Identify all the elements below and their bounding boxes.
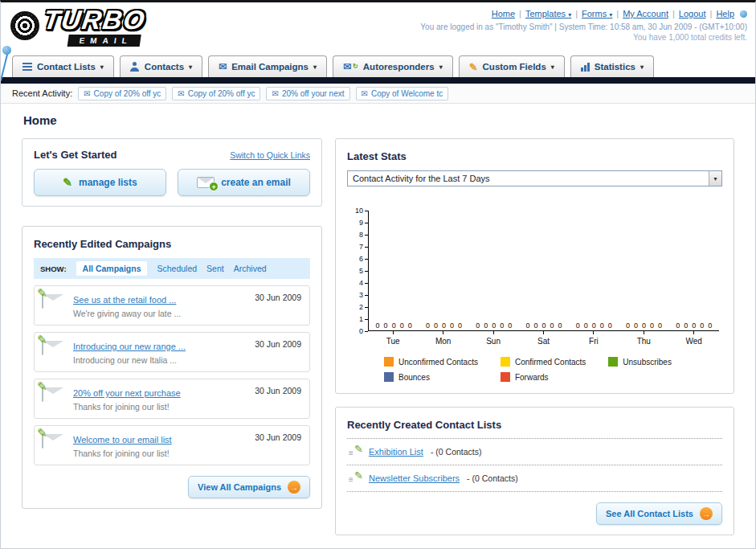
nav-tab-statistics[interactable]: Statistics ▾ <box>570 55 654 77</box>
chart-y-tick: 3 <box>359 291 368 299</box>
link-forms[interactable]: Forms ▾ <box>582 9 612 18</box>
legend-swatch <box>608 357 618 367</box>
link-logout[interactable]: Logout <box>679 9 706 18</box>
manage-lists-button[interactable]: ✎ manage lists <box>34 169 166 196</box>
left-column: Let's Get Started Switch to Quick Links … <box>22 138 322 509</box>
nav-tab-custom-fields[interactable]: ✎ Custom Fields ▾ <box>459 55 565 77</box>
switch-quick-links-link[interactable]: Switch to Quick Links <box>230 150 310 160</box>
app-window: TURBO EMAIL Home | Templates ▾ | Forms ▾… <box>0 0 756 549</box>
chart-value-label: 0 <box>450 322 454 330</box>
chart-value-label: 0 <box>626 322 630 330</box>
page-title: Home <box>23 113 734 127</box>
chart-value-label: 0 <box>500 322 504 330</box>
dropdown-caret-icon: ▾ <box>640 64 644 71</box>
tab-archived[interactable]: Archived <box>234 264 267 273</box>
chart-value-label: 0 <box>642 322 646 330</box>
contact-list-row: ≡✎ Newsletter Subscribers - (0 Contacts) <box>347 465 722 492</box>
link-help[interactable]: Help <box>716 9 734 18</box>
legend-swatch <box>384 357 394 367</box>
nav-divider-bar <box>1 77 755 84</box>
logo-text-email: EMAIL <box>67 35 141 47</box>
person-icon <box>130 62 140 72</box>
campaign-row: ✎ See us at the retail food ... We're gi… <box>34 285 310 326</box>
chart-value-label: 0 <box>458 322 462 330</box>
chart-bar-group: 00000 <box>519 211 569 330</box>
select-arrow-icon: ▼ <box>709 171 721 186</box>
chart-value-label: 0 <box>684 322 688 330</box>
contact-lists-title: Recently Created Contact Lists <box>347 419 501 431</box>
contact-list-row: ≡✎ Exhibition List - (0 Contacts) <box>347 438 722 465</box>
chart-value-label: 0 <box>592 322 596 330</box>
legend-item-unsubscribes: Unsubscribes <box>608 357 672 367</box>
recent-activity-item[interactable]: ✉ Copy of Welcome tc <box>356 87 449 100</box>
stats-period-select[interactable]: Contact Activity for the Last 7 Days ▼ <box>347 170 722 186</box>
chart-value-label: 0 <box>525 322 529 330</box>
nav-tab-autoresponders[interactable]: ✉ ↻ Autoresponders ▾ <box>333 55 453 77</box>
chart-groups: 00000000000000000000000000000000000 <box>369 211 719 330</box>
recent-activity-item[interactable]: ✉ Copy of 20% off yc <box>78 87 166 100</box>
envelope-icon: ✉ <box>178 89 184 98</box>
arrow-right-icon: → <box>288 481 300 494</box>
envelope-icon: ✉ <box>272 89 278 98</box>
create-email-button[interactable]: + create an email <box>178 169 310 196</box>
envelope-icon: ✉ <box>362 89 368 98</box>
chart-y-tick: 7 <box>359 243 368 251</box>
view-all-campaigns-button[interactable]: View All Campaigns → <box>188 476 310 498</box>
chart-x-label: Fri <box>569 331 619 346</box>
envelope-plus-icon: + <box>197 177 215 188</box>
campaign-link[interactable]: Introducing our new range ... <box>73 342 186 351</box>
campaign-date: 30 Jun 2009 <box>255 432 301 442</box>
chart-value-label: 0 <box>608 322 612 330</box>
recent-activity-bar: Recent Activity: ✉ Copy of 20% off yc ✉ … <box>1 84 755 104</box>
chart-bar-group: 00000 <box>619 211 668 330</box>
campaigns-panel: Recently Edited Campaigns SHOW: All Camp… <box>22 226 322 509</box>
chart-y-tick: 6 <box>359 255 368 263</box>
plus-icon: + <box>209 182 219 191</box>
chart-legend: Unconfirmed Contacts Confirmed Contacts … <box>384 357 722 382</box>
tab-sent[interactable]: Sent <box>206 264 224 273</box>
logo-bubble-dot <box>2 46 11 55</box>
chart-y-tick: 5 <box>359 267 368 275</box>
utility-nav: Home | Templates ▾ | Forms ▾ | My Accoun… <box>420 9 747 18</box>
main-nav: Contact Lists ▾ Contacts ▾ ✉ Email Campa… <box>1 51 755 77</box>
campaign-link[interactable]: 20% off your next purchase <box>73 388 181 398</box>
link-templates[interactable]: Templates ▾ <box>525 9 571 18</box>
chart-y-tick: 1 <box>359 315 368 323</box>
chart-value-label: 0 <box>376 322 380 330</box>
link-home[interactable]: Home <box>492 9 515 18</box>
recent-activity-item[interactable]: ✉ 20% off your next <box>266 87 349 100</box>
dropdown-caret-icon: ▾ <box>100 64 104 71</box>
campaign-subject: Thanks for joining our list! <box>73 449 242 458</box>
campaign-date: 30 Jun 2009 <box>255 293 301 302</box>
nav-tab-email-campaigns[interactable]: ✉ Email Campaigns ▾ <box>208 55 327 77</box>
pencil-lines-icon: ≡✎ <box>349 473 362 484</box>
arrow-right-icon: → <box>700 507 713 520</box>
chart-value-label: 0 <box>600 322 604 330</box>
app-logo: TURBO EMAIL <box>10 6 145 51</box>
right-column: Latest Stats Contact Activity for the La… <box>335 138 734 535</box>
contact-lists-panel: Recently Created Contact Lists ≡✎ Exhibi… <box>335 407 734 535</box>
contact-list-link[interactable]: Exhibition List <box>369 447 423 457</box>
login-status: You are logged in as "Timothy Smith" | S… <box>420 23 747 31</box>
see-all-contact-lists-button[interactable]: See All Contact Lists → <box>596 502 722 525</box>
recent-activity-item[interactable]: ✉ Copy of 20% off yc <box>172 87 260 100</box>
chart-x-label: Thu <box>619 331 668 346</box>
chart-value-label: 0 <box>400 322 404 330</box>
pencil-icon: ✎ <box>63 177 72 188</box>
campaign-link[interactable]: Welcome to our email list <box>73 435 172 445</box>
chart-y-tick: 0 <box>359 327 368 335</box>
link-my-account[interactable]: My Account <box>623 9 668 18</box>
tab-all-campaigns[interactable]: All Campaigns <box>76 261 148 276</box>
chart-y-tick: 4 <box>359 279 368 287</box>
tab-scheduled[interactable]: Scheduled <box>157 264 197 273</box>
contact-list-link[interactable]: Newsletter Subscribers <box>369 473 460 483</box>
show-label: SHOW: <box>40 264 67 273</box>
nav-tab-contacts[interactable]: Contacts ▾ <box>120 55 202 77</box>
campaign-link[interactable]: See us at the retail food ... <box>73 295 176 305</box>
logo-text-turbo: TURBO <box>42 8 148 32</box>
campaign-row: ✎ 20% off your next purchase Thanks for … <box>34 379 310 419</box>
legend-item-unconfirmed: Unconfirmed Contacts <box>384 357 478 367</box>
stats-chart: 109876543210 000000000000000000000000000… <box>352 211 719 331</box>
chart-value-label: 0 <box>541 322 546 330</box>
nav-tab-contact-lists[interactable]: Contact Lists ▾ <box>12 55 114 77</box>
